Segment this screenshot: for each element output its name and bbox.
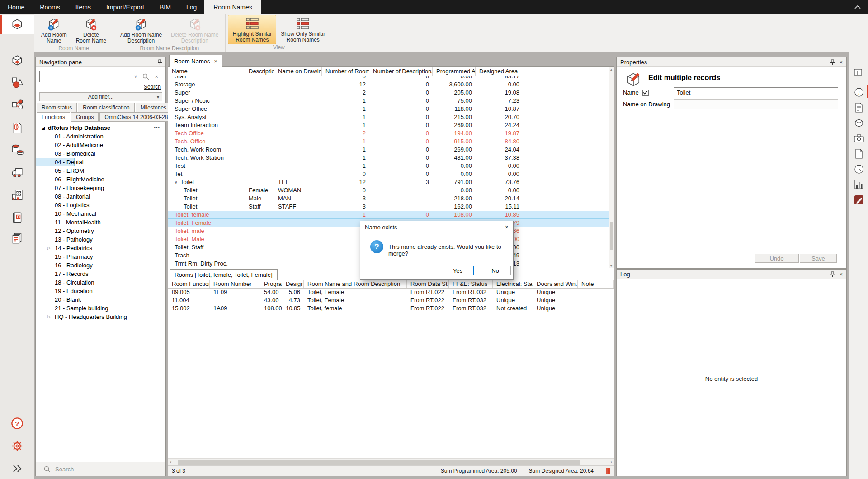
- tab-room-names[interactable]: Room Names ×: [169, 55, 222, 67]
- column-header[interactable]: Doors and Win...: [533, 280, 578, 288]
- tree-item[interactable]: 17 - Records: [36, 270, 165, 278]
- systems-module-icon[interactable]: [10, 98, 24, 111]
- table-row[interactable]: Toilet Staff STAFF 3 162.00 15.11: [168, 203, 609, 211]
- table-row[interactable]: Tech. Work Station 1 0 431.00 37.38: [168, 154, 609, 162]
- nav-filter-tab[interactable]: Room classification: [78, 103, 134, 112]
- dialog-title-bar[interactable]: Name exists ×: [360, 221, 513, 233]
- table-row[interactable]: Toilet Female WOMAN 0 0.00 0.00: [168, 186, 609, 194]
- table-row[interactable]: ∨Toilet TLT 12 3 791.00 73.76: [168, 178, 609, 186]
- pin-icon[interactable]: [830, 59, 835, 65]
- table-row[interactable]: Tech. Office 1 0 915.00 84.80: [168, 138, 609, 146]
- show-only-similar-room-names-button[interactable]: Show Only Similar Room Names: [276, 15, 330, 44]
- column-header[interactable]: Description: [245, 67, 274, 76]
- column-header[interactable]: Electrical: Status: [493, 280, 533, 288]
- menu-item[interactable]: Items: [68, 0, 99, 14]
- collapse-ribbon-icon[interactable]: [847, 0, 868, 14]
- add-room-name-description-button[interactable]: Add Room Name Description: [116, 15, 166, 45]
- tree-item[interactable]: 10 - Mechanical: [36, 209, 165, 218]
- table-row[interactable]: Super 2 0 205.00 19.08: [168, 89, 609, 97]
- table-row[interactable]: Toilet Male MAN 3 218.00 20.14: [168, 194, 609, 203]
- column-header[interactable]: Name on Drawing: [274, 67, 322, 76]
- tree-collapse-icon[interactable]: ▷: [47, 244, 51, 252]
- name-on-drawing-input[interactable]: [674, 99, 838, 109]
- settings-gear-icon[interactable]: [10, 439, 24, 453]
- yes-button[interactable]: Yes: [442, 266, 474, 275]
- table-row[interactable]: Team Interaction 1 0 269.00 24.24: [168, 121, 609, 129]
- tree-item[interactable]: ▷ HQ - Headquarters Building: [36, 313, 165, 321]
- scrollbar-thumb[interactable]: [178, 460, 580, 465]
- delete-room-name-button[interactable]: Delete Room Name: [71, 15, 111, 45]
- scroll-down-icon[interactable]: ▾: [610, 264, 612, 268]
- rooms-module-icon[interactable]: [10, 18, 24, 31]
- add-filter-button[interactable]: Add filter... ▾: [39, 92, 162, 101]
- tree-item[interactable]: 19 - Education: [36, 287, 165, 295]
- search-icon[interactable]: [142, 73, 149, 80]
- undo-button[interactable]: Undo: [755, 254, 799, 263]
- menu-tab-room-names[interactable]: Room Names: [204, 0, 261, 14]
- tree-item[interactable]: 07 - Housekeeping: [36, 184, 165, 192]
- document-panel-icon[interactable]: [854, 102, 864, 113]
- tree-item[interactable]: 01 - Administration: [36, 132, 165, 141]
- column-header[interactable]: Progra...: [260, 280, 282, 288]
- tree-item[interactable]: 16 - Radiology: [36, 261, 165, 270]
- tree-item[interactable]: 05 - EROM: [36, 166, 165, 175]
- table-row[interactable]: Tech Office 2 0 194.00 19.87: [168, 129, 609, 138]
- add-room-name-button[interactable]: Add Room Name: [37, 15, 71, 45]
- column-header[interactable]: Room Data Stat...: [407, 280, 449, 288]
- table-row[interactable]: Stall 0 0 0.00 83.17: [168, 76, 609, 81]
- menu-item[interactable]: Rooms: [32, 0, 67, 14]
- tree-item[interactable]: 11 - MentalHealth: [36, 218, 165, 227]
- close-panel-icon[interactable]: ×: [839, 59, 843, 65]
- save-button[interactable]: Save: [800, 254, 837, 263]
- attachments-module-icon[interactable]: [10, 121, 24, 135]
- column-header[interactable]: Name: [168, 67, 245, 76]
- column-header[interactable]: Designe...: [282, 280, 304, 288]
- menu-item[interactable]: Log: [179, 0, 204, 14]
- edit-panel-icon[interactable]: [854, 194, 864, 205]
- menu-item[interactable]: BIM: [152, 0, 179, 14]
- tree-item[interactable]: 03 - Biomedical: [36, 149, 165, 158]
- scrollbar-thumb[interactable]: [610, 222, 613, 250]
- expand-sidebar-icon[interactable]: [10, 462, 24, 475]
- table-row[interactable]: Tet 0 0 0.00 0.00: [168, 170, 609, 178]
- room-row[interactable]: 15.002 1A09 108.00 10.85 Toilet, female …: [168, 304, 614, 313]
- table-row[interactable]: Toilet, female 1 0 108.00 10.85: [168, 211, 609, 219]
- column-header[interactable]: Note: [578, 280, 614, 288]
- tree-more-icon[interactable]: •••: [154, 123, 160, 132]
- column-header[interactable]: Number of Rooms: [322, 67, 369, 76]
- camera-panel-icon[interactable]: [854, 133, 864, 144]
- column-header[interactable]: Room Number: [210, 280, 260, 288]
- logistics-module-icon[interactable]: [10, 166, 24, 179]
- pin-icon[interactable]: [158, 59, 162, 65]
- name-checkbox[interactable]: [642, 90, 649, 96]
- bottom-search-bar[interactable]: Search: [36, 462, 165, 476]
- table-row[interactable]: Super Office 1 0 118.00 10.87: [168, 105, 609, 113]
- nav-filter-tab[interactable]: Milestones: [136, 103, 171, 112]
- tree-item[interactable]: 18 - Circulation: [36, 278, 165, 287]
- scroll-right-icon[interactable]: ›: [610, 459, 612, 465]
- tree-item[interactable]: 12 - Optometry: [36, 227, 165, 235]
- tree-root-item[interactable]: ◢ dRofus Help Database •••: [36, 123, 165, 132]
- table-row[interactable]: Super / Ncoic 1 0 75.00 7.23: [168, 97, 609, 105]
- no-button[interactable]: No: [480, 266, 511, 275]
- help-icon[interactable]: ?: [10, 417, 24, 430]
- navigation-search-input[interactable]: ∨ ×: [39, 71, 162, 82]
- tree-item[interactable]: 02 - AdultMedicine: [36, 141, 165, 149]
- room-list-icon[interactable]: [10, 54, 24, 67]
- close-dialog-icon[interactable]: ×: [505, 223, 509, 231]
- row-expand-icon[interactable]: ∨: [175, 178, 180, 186]
- column-header[interactable]: Programmed Area: [433, 67, 476, 76]
- vertical-scrollbar[interactable]: ▴ ▾: [609, 67, 614, 268]
- column-header[interactable]: Number of Descriptions: [369, 67, 433, 76]
- table-row[interactable]: Tech. Work Room 1 0 269.00 24.04: [168, 146, 609, 154]
- tree-item[interactable]: 06 - FlightMedicine: [36, 175, 165, 184]
- buildings-module-icon[interactable]: [10, 188, 24, 202]
- layout-selector-icon[interactable]: [854, 67, 864, 78]
- items-module-icon[interactable]: [10, 76, 24, 90]
- column-header[interactable]: Room Function #: [168, 280, 210, 288]
- search-link[interactable]: Search: [144, 84, 161, 90]
- tree-collapse-icon[interactable]: ▷: [47, 313, 51, 321]
- highlight-similar-room-names-button[interactable]: Highlight Similar Room Names: [228, 15, 276, 44]
- name-input[interactable]: [674, 87, 838, 97]
- close-tab-icon[interactable]: ×: [214, 58, 217, 64]
